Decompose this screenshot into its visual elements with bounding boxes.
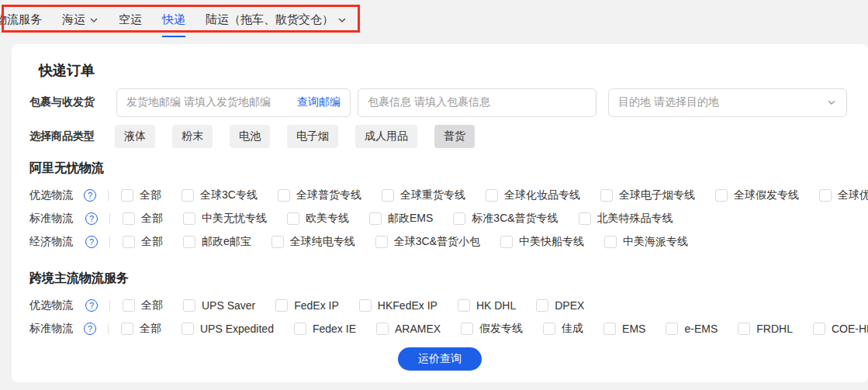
checkbox[interactable] [183,212,195,225]
checkbox[interactable] [715,189,728,202]
service-option[interactable]: FRDHL [738,323,793,335]
nav-tab[interactable]: 海运 [62,12,99,27]
checkbox[interactable] [359,299,372,312]
service-option[interactable]: 中美快船专线 [500,235,584,249]
service-option[interactable]: 标准3C&普货专线 [453,212,558,226]
checkbox[interactable] [536,299,548,312]
service-tier-label: 经济物流 [29,235,74,249]
checkbox[interactable] [819,189,832,202]
checkbox[interactable] [121,189,133,202]
service-option[interactable]: 全部 [123,212,163,226]
commodity-type-button[interactable]: 液体 [115,125,155,148]
checkbox[interactable] [375,236,388,248]
nav-tab[interactable]: 物流服务 [0,12,42,27]
zip-lookup-link[interactable]: 查询邮编 [297,95,341,109]
help-icon[interactable]: ? [85,236,98,248]
checkbox[interactable] [604,236,617,248]
nav-tab[interactable]: 快递 [162,12,185,27]
commodity-type-button[interactable]: 电子烟 [287,125,338,148]
checkbox[interactable] [123,212,135,225]
checkbox[interactable] [275,299,288,312]
checkbox[interactable] [271,236,284,248]
service-option[interactable]: HK DHL [458,299,516,312]
service-option[interactable]: 假发专线 [461,322,523,336]
commodity-type-button[interactable]: 成人用品 [355,125,417,148]
service-option[interactable]: 全球电子烟专线 [600,188,695,202]
help-icon[interactable]: ? [84,189,96,202]
checkbox[interactable] [600,189,613,202]
checkbox[interactable] [287,212,299,225]
service-option[interactable]: 中美无忧专线 [183,212,267,226]
service-option[interactable]: 全部 [121,322,161,336]
service-option[interactable]: 中美海派专线 [604,235,688,249]
checkbox[interactable] [369,212,382,225]
checkbox[interactable] [123,236,135,248]
divider [108,323,109,334]
service-option[interactable]: 全球重货专线 [382,188,465,202]
service-option[interactable]: 欧美专线 [287,212,349,226]
checkbox[interactable] [458,299,470,312]
service-option[interactable]: 全部 [123,235,163,249]
service-option[interactable]: Fedex IE [294,323,356,335]
service-option[interactable]: 全部 [123,299,163,312]
help-icon-glyph: ? [88,191,92,200]
checkbox[interactable] [461,323,473,335]
service-option[interactable]: 全球优先专线 [819,188,868,202]
checkbox-label: HK DHL [476,299,516,312]
help-icon[interactable]: ? [84,323,96,335]
help-icon[interactable]: ? [85,212,98,225]
service-option[interactable]: 北美特殊品专线 [579,212,673,226]
service-option[interactable]: 全球普货专线 [278,188,361,202]
checkbox[interactable] [603,323,616,335]
checkbox[interactable] [486,189,498,202]
checkbox[interactable] [666,323,678,335]
checkbox[interactable] [183,236,195,248]
checkbox[interactable] [183,299,195,312]
commodity-type-button[interactable]: 普货 [434,125,475,148]
service-option[interactable]: 全部 [121,188,161,202]
nav-tab[interactable]: 陆运（拖车、散货交仓） [206,12,347,27]
commodity-type-button[interactable]: 粉末 [172,125,213,148]
commodity-type-button[interactable]: 电池 [230,125,270,148]
checkbox[interactable] [376,323,389,335]
service-option[interactable]: HKFedEx IP [359,299,437,312]
service-option[interactable]: e-EMS [666,323,718,335]
service-option[interactable]: FedEx IP [275,299,339,312]
service-option[interactable]: 全球假发专线 [715,188,799,202]
service-option[interactable]: EMS [603,323,645,335]
checkbox[interactable] [123,299,135,312]
checkbox[interactable] [738,323,750,335]
service-option[interactable]: 全球3C专线 [182,188,258,202]
service-option[interactable]: 全球纯电专线 [271,235,355,249]
service-option[interactable]: 邮政EMS [369,212,433,226]
rate-query-button[interactable]: 运价查询 [398,347,482,371]
service-option[interactable]: 全球3C&普货小包 [375,235,480,249]
checkbox[interactable] [579,212,591,225]
checkbox[interactable] [182,323,194,335]
origin-zip-input[interactable]: 发货地邮编 请填入发货地邮编 查询邮编 [116,88,351,117]
checkbox[interactable] [382,189,394,202]
checkbox[interactable] [294,323,306,335]
checkbox[interactable] [543,323,555,335]
package-form-row: 包裹与收发货 发货地邮编 请填入发货地邮编 查询邮编 包裹信息 请填入包裹信息 … [29,88,847,117]
service-option[interactable]: COE-HKDHL [813,323,868,335]
destination-select[interactable]: 目的地 请选择目的地 [608,88,847,117]
help-icon[interactable]: ? [85,299,98,312]
checkbox[interactable] [182,189,194,202]
logistics-nav: 物流服务 海运 空运 快递 陆运（拖车、散货交仓） [0,0,347,39]
service-option[interactable]: UPS Expedited [182,323,274,335]
service-option[interactable]: DPEX [536,299,584,312]
checkbox[interactable] [121,323,133,335]
service-option[interactable]: 邮政e邮宝 [183,235,251,249]
checkbox[interactable] [500,236,513,248]
checkbox[interactable] [813,323,825,335]
service-option[interactable]: ARAMEX [376,323,441,335]
nav-tab[interactable]: 空运 [119,12,142,27]
checkbox-label: 全球电子烟专线 [619,188,695,202]
checkbox[interactable] [453,212,465,225]
service-option[interactable]: 全球化妆品专线 [486,188,580,202]
package-info-input[interactable]: 包裹信息 请填入包裹信息 [358,88,597,117]
checkbox[interactable] [278,189,290,202]
service-option[interactable]: 佳成 [543,322,583,336]
service-option[interactable]: UPS Saver [183,299,255,312]
